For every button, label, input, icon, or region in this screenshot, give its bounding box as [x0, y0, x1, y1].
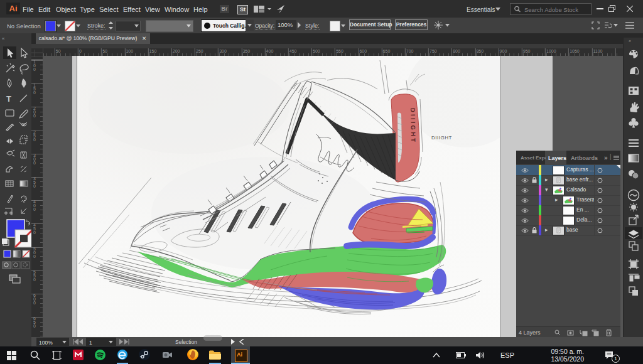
svg-text:«: « [2, 36, 5, 41]
svg-text:DIIIGHT: DIIIGHT [409, 108, 417, 144]
svg-text:T: T [6, 94, 11, 104]
svg-text:DIIIGHT: DIIIGHT [431, 135, 452, 141]
svg-text:«: « [629, 39, 631, 43]
